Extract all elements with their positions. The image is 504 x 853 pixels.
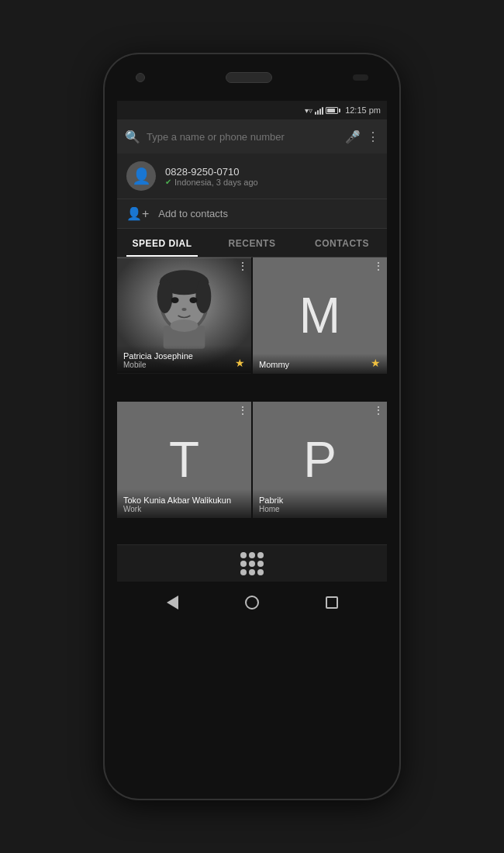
cell-initial-toko: T	[169, 431, 199, 489]
home-icon	[245, 596, 259, 610]
svg-point-10	[189, 297, 197, 303]
speed-dial-grid: Patricia Josephine Mobile ★ ⋮ M Mommy ★ …	[117, 257, 387, 544]
cell-name-patricia: Patricia Josephine	[123, 351, 245, 361]
svg-point-8	[195, 279, 211, 313]
tab-speed-dial[interactable]: SPEED DIAL	[117, 229, 207, 257]
svg-point-9	[171, 297, 179, 303]
svg-point-7	[157, 279, 173, 313]
signal-icon	[315, 105, 323, 115]
speaker-grille	[226, 72, 272, 83]
cell-type-patricia: Mobile	[123, 361, 245, 369]
cell-initial-pabrik: P	[303, 431, 337, 489]
phone-screen: ▾▿ 12:15 pm 🔍	[117, 101, 387, 582]
bottom-nav	[117, 544, 387, 582]
home-button[interactable]	[240, 590, 264, 615]
status-bar: ▾▿ 12:15 pm	[117, 101, 387, 119]
tab-contacts[interactable]: CONTACTS	[297, 229, 387, 257]
cell-name-mommy: Mommy	[259, 360, 381, 369]
search-icon[interactable]: 🔍	[125, 130, 140, 144]
cell-type-toko: Work	[123, 505, 245, 513]
add-contacts-label: Add to contacts	[158, 208, 228, 219]
call-detail: ✔ Indonesia, 3 days ago	[165, 178, 378, 187]
recents-icon	[326, 596, 338, 609]
more-icon-toko[interactable]: ⋮	[237, 405, 248, 416]
svg-point-11	[182, 308, 187, 311]
more-icon-patricia[interactable]: ⋮	[237, 261, 248, 271]
speed-dial-cell-toko[interactable]: T Toko Kunia Akbar Walikukun Work ⋮	[117, 402, 251, 518]
speed-dial-cell-mommy[interactable]: M Mommy ★ ⋮	[253, 257, 387, 374]
recent-call-row[interactable]: 👤 0828-9250-0710 ✔ Indonesia, 3 days ago	[117, 154, 387, 199]
back-button[interactable]	[160, 590, 185, 615]
tab-bar: SPEED DIAL RECENTS CONTACTS	[117, 229, 387, 257]
call-number: 0828-9250-0710	[165, 166, 378, 178]
search-bar: 🔍 🎤 ⋮	[117, 119, 387, 154]
cell-overlay-toko: Toko Kunia Akbar Walikukun Work	[117, 489, 251, 518]
battery-icon	[326, 107, 340, 114]
cell-overlay-patricia: Patricia Josephine Mobile	[117, 345, 251, 374]
search-input[interactable]	[147, 131, 339, 143]
cell-name-pabrik: Pabrik	[259, 496, 381, 505]
phone-top-hardware	[105, 54, 399, 101]
cell-overlay-mommy: Mommy	[253, 354, 387, 374]
wifi-icon: ▾▿	[305, 106, 312, 115]
avatar: 👤	[126, 161, 156, 191]
cell-overlay-pabrik: Pabrik Home	[253, 489, 387, 518]
recents-button[interactable]	[319, 590, 344, 615]
star-icon-mommy: ★	[371, 357, 381, 369]
cell-name-toko: Toko Kunia Akbar Walikukun	[123, 496, 245, 505]
status-time: 12:15 pm	[345, 105, 381, 115]
phone-device: ▾▿ 12:15 pm 🔍	[105, 54, 399, 799]
back-icon	[167, 596, 178, 610]
keypad-grid-icon	[240, 552, 264, 575]
speed-dial-cell-pabrik[interactable]: P Pabrik Home ⋮	[253, 402, 387, 518]
mic-icon[interactable]: 🎤	[345, 130, 361, 144]
more-icon-mommy[interactable]: ⋮	[373, 261, 384, 271]
status-icons: ▾▿ 12:15 pm	[305, 105, 381, 115]
call-info: 0828-9250-0710 ✔ Indonesia, 3 days ago	[165, 166, 378, 187]
speed-dial-cell-patricia[interactable]: Patricia Josephine Mobile ★ ⋮	[117, 257, 251, 374]
camera-lens	[136, 73, 145, 82]
add-person-icon: 👤+	[126, 206, 149, 221]
add-contacts-row[interactable]: 👤+ Add to contacts	[117, 199, 387, 229]
cell-type-pabrik: Home	[259, 505, 381, 513]
call-status-dot: ✔	[165, 178, 171, 186]
hardware-nav-buttons	[117, 582, 387, 623]
more-options-icon[interactable]: ⋮	[367, 130, 379, 144]
keypad-button[interactable]	[238, 550, 266, 578]
tab-recents[interactable]: RECENTS	[207, 229, 297, 257]
more-icon-pabrik[interactable]: ⋮	[373, 405, 384, 416]
star-icon-patricia: ★	[235, 357, 245, 369]
svg-point-5	[171, 319, 198, 332]
cell-initial-mommy: M	[299, 287, 340, 344]
proximity-sensor	[353, 74, 368, 81]
